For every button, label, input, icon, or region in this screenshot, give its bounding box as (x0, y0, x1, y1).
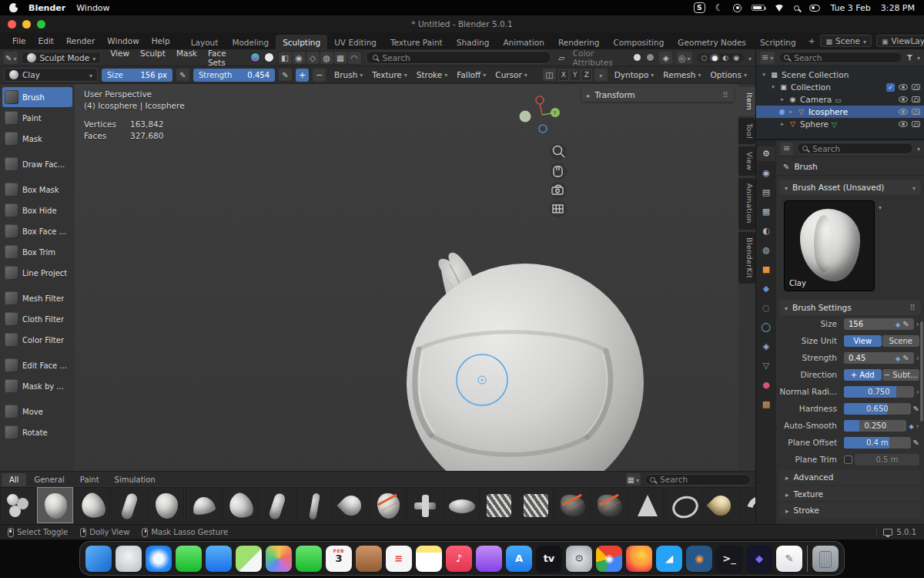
pivot-point-icon[interactable]: ◉ (293, 52, 306, 64)
outliner-row[interactable]: ▸ Icosphere (756, 106, 924, 118)
visibility-eye-icon[interactable] (899, 109, 908, 115)
tool-button[interactable]: Mask by ... (2, 376, 72, 396)
app-menu[interactable]: Blender (28, 3, 65, 13)
tool-button[interactable]: Draw Fac... (2, 154, 72, 174)
brush-thumbnail[interactable] (444, 487, 480, 523)
editor-type-button[interactable] (4, 52, 18, 64)
viewport[interactable]: Y User Perspective (4) Icosphere (75, 84, 738, 471)
sidebar-tab[interactable]: Tool (738, 118, 755, 144)
apple-menu-icon[interactable] (9, 3, 18, 12)
asset-menu-icon[interactable] (912, 183, 916, 192)
tool-button[interactable]: Box Trim (2, 242, 72, 262)
snap-icon[interactable]: ◈ (659, 52, 672, 64)
dock-app-icon[interactable]: FEB 3 (326, 546, 352, 572)
properties-tab[interactable]: ◌ (757, 301, 775, 315)
brush-thumbnail[interactable] (591, 487, 628, 523)
expand-arrow[interactable]: ▸ (779, 121, 785, 127)
brush-thumbnail[interactable] (628, 487, 665, 523)
plane-offset-slider[interactable]: 0.4 m (844, 437, 911, 449)
battery-icon[interactable] (752, 5, 765, 11)
viewport-menu-item[interactable]: Mask (171, 47, 203, 69)
pressure-icon[interactable] (913, 438, 919, 448)
tool-button[interactable]: Color Filter (2, 330, 72, 350)
brush-settings-panel-header[interactable]: Brush Settings (779, 300, 921, 315)
password-manager-icon[interactable]: S (694, 2, 705, 13)
display-mode-icon[interactable]: ▦ (626, 473, 641, 486)
properties-tab[interactable]: ■ (757, 262, 775, 277)
topology-menu-item[interactable]: Options (705, 70, 752, 79)
dock-app-icon[interactable] (146, 546, 172, 572)
transform-panel-header[interactable]: Transform (581, 87, 734, 102)
dock-app-icon[interactable] (266, 546, 292, 572)
expand-arrow[interactable]: ▾ (761, 72, 767, 78)
search-input[interactable] (383, 53, 544, 62)
brush-thumbnail[interactable] (739, 487, 755, 523)
dock-app-icon[interactable]: ♪ (446, 546, 472, 572)
preview-dropdown-icon[interactable] (879, 202, 882, 212)
control-center-icon[interactable] (809, 5, 820, 12)
mirror-icon[interactable]: ▦ (334, 52, 347, 64)
annotate-icon[interactable]: ▱ (555, 52, 568, 64)
brush-thumbnail[interactable] (702, 487, 738, 523)
keyframe-icon[interactable] (896, 320, 900, 328)
axis-toggle[interactable]: X (558, 69, 569, 81)
material-shading-icon[interactable]: ◐ (721, 54, 730, 62)
dock-app-icon[interactable]: A (506, 546, 532, 572)
direction-subtract-button[interactable]: − Subt... (882, 369, 920, 381)
brush-menu-item[interactable]: Texture (367, 70, 411, 79)
size-unit-scene-button[interactable]: Scene (882, 335, 920, 347)
filter-icon[interactable] (906, 55, 913, 61)
outliner-row[interactable]: ▾ Scene Collection (756, 69, 924, 81)
keyframe-icon[interactable] (909, 421, 913, 431)
brush-thumbnail[interactable] (480, 487, 517, 523)
properties-tab[interactable]: ▩ (757, 397, 775, 412)
visibility-eye-icon[interactable] (899, 96, 908, 102)
dock-app-icon[interactable]: ◉ (686, 546, 712, 572)
workspace-tab[interactable]: Animation (496, 35, 551, 49)
active-brush-selector[interactable]: Clay (4, 68, 98, 82)
brush-thumbnail[interactable] (185, 487, 221, 523)
overlays-icon[interactable]: ◎ (677, 52, 691, 64)
minimize-window-button[interactable] (22, 20, 31, 29)
brush-menu-item[interactable]: Falloff (452, 70, 490, 79)
attribute-swatch-2[interactable] (646, 53, 654, 62)
dock-app-icon[interactable] (236, 546, 262, 572)
expand-arrow[interactable]: ▸ (788, 109, 794, 115)
tool-button[interactable]: Paint (2, 108, 72, 128)
shelf-tab[interactable]: Paint (72, 473, 107, 486)
pressure-icon[interactable] (902, 354, 909, 362)
plane-trim-slider[interactable]: 0.5 m (855, 454, 919, 465)
pressure-icon[interactable] (902, 320, 909, 328)
brush-thumbnail[interactable] (259, 487, 295, 523)
render-visibility-icon[interactable] (912, 109, 920, 115)
menu-item[interactable]: Help (146, 35, 176, 47)
brush-thumbnail[interactable] (296, 487, 332, 523)
tool-button[interactable]: Mesh Filter (2, 288, 72, 308)
shelf-tab[interactable]: General (26, 473, 72, 486)
add-workspace-button[interactable]: + (803, 34, 821, 48)
menu-item[interactable]: File (6, 35, 32, 47)
dock-app-icon[interactable] (416, 546, 442, 572)
render-visibility-icon[interactable] (912, 121, 920, 127)
zoom-window-button[interactable] (37, 20, 45, 29)
shading-options-icon[interactable] (748, 53, 752, 62)
collection-checkbox-icon[interactable] (886, 83, 895, 92)
properties-tab[interactable]: ▦ (757, 204, 775, 219)
properties-tab[interactable]: ⚙ (757, 146, 775, 161)
brush-thumbnail[interactable] (333, 487, 369, 523)
dock-app-icon[interactable] (85, 546, 112, 572)
dock-app-icon[interactable] (356, 546, 382, 572)
menubar-date[interactable]: Tue 3 Feb (830, 3, 870, 13)
menu-item[interactable]: Edit (32, 35, 60, 47)
shelf-tab[interactable]: All (2, 473, 26, 486)
brush-thumbnail[interactable] (37, 487, 73, 523)
auto-smooth-slider[interactable]: 0.250 (844, 420, 906, 432)
tool-button[interactable]: Box Mask (2, 180, 72, 200)
brush-thumbnail[interactable] (554, 487, 591, 523)
dock-app-icon[interactable]: ≡ (386, 546, 412, 572)
orientation-gizmo[interactable]: Y (520, 96, 561, 133)
dock-app-icon[interactable] (206, 546, 232, 572)
brush-menu-item[interactable]: Cursor (490, 70, 532, 79)
dock-app-icon[interactable]: ◆ (746, 546, 772, 572)
hardness-slider[interactable]: 0.650 (844, 403, 911, 415)
